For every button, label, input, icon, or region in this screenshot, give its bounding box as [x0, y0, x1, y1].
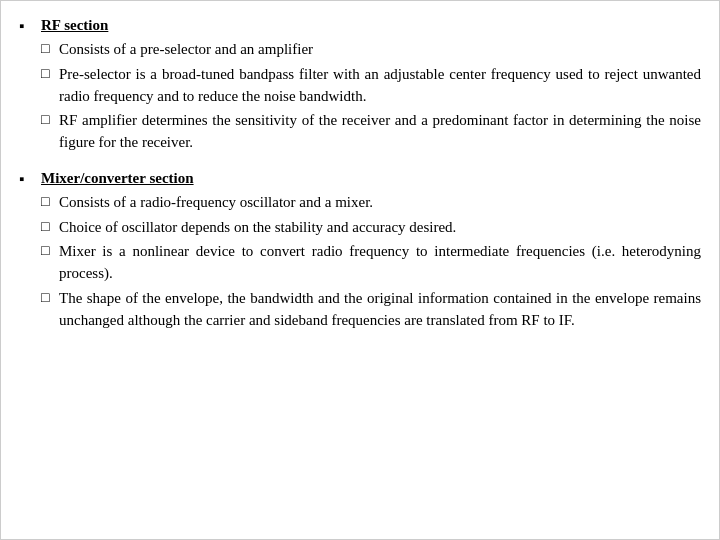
- mixer-sub-item-4: □ The shape of the envelope, the bandwid…: [41, 288, 701, 332]
- rf-sub-text-3: RF amplifier determines the sensitivity …: [59, 110, 701, 154]
- mixer-section-bullet: ▪: [19, 169, 37, 190]
- rf-section-title: RF section: [41, 15, 701, 36]
- rf-sub-text-2: Pre-selector is a broad-tuned bandpass f…: [59, 64, 701, 108]
- mixer-sub-bullet-3: □: [41, 241, 59, 261]
- mixer-sub-text-4: The shape of the envelope, the bandwidth…: [59, 288, 701, 332]
- rf-section-content: RF section □ Consists of a pre-selector …: [41, 15, 701, 154]
- rf-sub-bullet-3: □: [41, 110, 59, 130]
- mixer-section-content: Mixer/converter section □ Consists of a …: [41, 168, 701, 332]
- rf-sub-item-1: □ Consists of a pre-selector and an ampl…: [41, 39, 701, 61]
- mixer-sub-bullet-4: □: [41, 288, 59, 308]
- rf-sub-item-2: □ Pre-selector is a broad-tuned bandpass…: [41, 64, 701, 108]
- mixer-sub-text-3: Mixer is a nonlinear device to convert r…: [59, 241, 701, 285]
- rf-sub-text-1: Consists of a pre-selector and an amplif…: [59, 39, 701, 61]
- mixer-sub-item-2: □ Choice of oscillator depends on the st…: [41, 217, 701, 239]
- mixer-sub-text-1: Consists of a radio-frequency oscillator…: [59, 192, 701, 214]
- rf-sub-bullet-2: □: [41, 64, 59, 84]
- mixer-sub-bullet-2: □: [41, 217, 59, 237]
- mixer-sub-text-2: Choice of oscillator depends on the stab…: [59, 217, 701, 239]
- rf-sub-bullet-1: □: [41, 39, 59, 59]
- page-container: ▪ RF section □ Consists of a pre-selecto…: [0, 0, 720, 540]
- rf-section-bullet: ▪: [19, 16, 37, 37]
- rf-section-block: ▪ RF section □ Consists of a pre-selecto…: [19, 15, 701, 154]
- rf-sub-item-3: □ RF amplifier determines the sensitivit…: [41, 110, 701, 154]
- mixer-sub-item-3: □ Mixer is a nonlinear device to convert…: [41, 241, 701, 285]
- mixer-section-title: Mixer/converter section: [41, 168, 701, 189]
- mixer-sub-item-1: □ Consists of a radio-frequency oscillat…: [41, 192, 701, 214]
- mixer-section-block: ▪ Mixer/converter section □ Consists of …: [19, 168, 701, 332]
- mixer-sub-bullet-1: □: [41, 192, 59, 212]
